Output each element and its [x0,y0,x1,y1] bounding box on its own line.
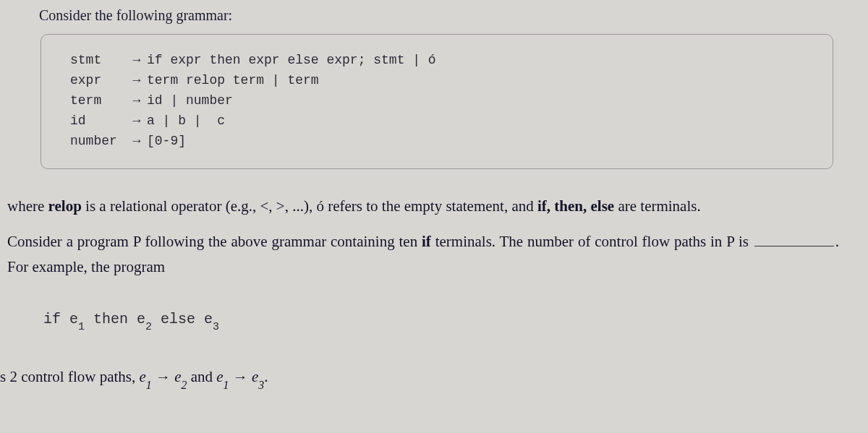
var-e: e [174,368,181,385]
if-term: if [537,197,547,215]
example-code: if e1 then e2 else e3 [43,311,854,330]
text: and [187,368,216,385]
intro-text: Consider the following grammar: [39,7,854,24]
grammar-rule: number → [0-9] [70,132,804,152]
text: is a relational operator (e.g., <, >, ..… [82,197,537,215]
then-term: , then [547,197,583,215]
arrow-icon: → [127,111,147,132]
if-term: if [422,233,431,250]
consider-paragraph: Consider a program P following the above… [7,229,839,279]
grammar-lhs: number [70,132,127,152]
var-e: e [216,368,223,385]
answer-blank[interactable] [754,246,834,246]
subscript: 3 [258,379,264,391]
subscript: 3 [213,321,219,333]
code-text: then e [85,311,145,327]
where-paragraph: where relop is a relational operator (e.… [7,194,839,219]
subscript: 2 [182,379,187,391]
subscript: 1 [224,379,229,391]
grammar-rhs: if expr then expr else expr; stmt | ó [147,51,436,71]
grammar-rhs: term relop term | term [147,71,319,91]
document-page: Consider the following grammar: stmt → i… [0,0,868,389]
grammar-rule: expr → term relop term | term [70,71,804,91]
grammar-rhs: a | b | c [147,111,225,132]
subscript: 2 [145,321,152,333]
arrow-icon: → [127,91,147,111]
arrow-icon: → [127,71,147,91]
grammar-rule: id → a | b | c [70,111,804,132]
text: where [7,197,48,215]
var-e: e [252,368,258,385]
code-text: else e [152,311,213,327]
grammar-lhs: expr [70,71,127,91]
text: Consider a program P following the above… [7,233,422,250]
text: s 2 control flow paths, [0,368,139,385]
grammar-rule: term → id | number [70,91,804,111]
grammar-lhs: term [70,91,127,111]
arrow-icon: → [229,368,252,385]
text: are terminals. [614,197,701,215]
arrow-icon: → [152,368,175,385]
else-term: , else [583,197,614,215]
arrow-icon: → [127,132,147,152]
text: terminals. The number of control flow pa… [431,233,753,250]
grammar-rule: stmt → if expr then expr else expr; stmt… [70,51,804,71]
arrow-icon: → [127,51,147,71]
grammar-lhs: id [70,111,127,132]
grammar-rhs: id | number [147,91,233,111]
grammar-rhs: [0-9] [147,132,186,152]
text: . [264,368,268,385]
var-e: e [139,368,145,385]
footer-paragraph: s 2 control flow paths, e1 → e2 and e1 →… [0,368,854,388]
relop-term: relop [48,197,82,215]
subscript: 1 [146,379,152,391]
subscript: 1 [78,321,85,333]
grammar-lhs: stmt [70,51,127,71]
grammar-box: stmt → if expr then expr else expr; stmt… [41,34,833,169]
code-text: if e [43,311,78,327]
